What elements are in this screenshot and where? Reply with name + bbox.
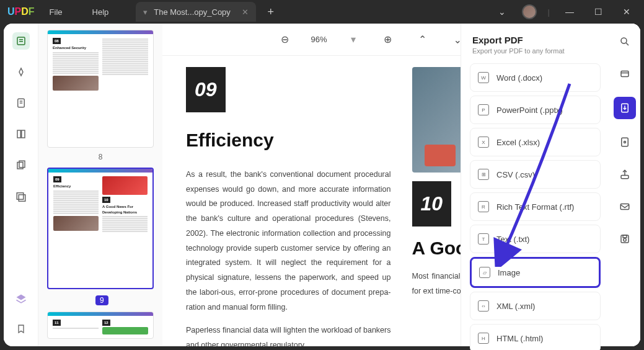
export-txt-option[interactable]: TText (.txt)	[470, 225, 601, 253]
minimize-button[interactable]: —	[561, 7, 578, 17]
maximize-button[interactable]: ☐	[589, 7, 607, 17]
doc-column-left: 09 Efficiency As a result, the bank's co…	[186, 67, 391, 335]
export-csv-option[interactable]: ⊞CSV (.csv)	[470, 160, 601, 189]
svg-rect-21	[620, 204, 629, 210]
comment-tool-icon[interactable]	[12, 63, 30, 81]
export-powerpoint-option[interactable]: PPowerPoint (.pptx)	[470, 96, 601, 124]
thumbnail-page-8[interactable]: 08 Enhanced Security	[47, 30, 154, 148]
csv-icon: ⊞	[478, 169, 489, 180]
svg-line-13	[626, 43, 629, 45]
menu-file[interactable]: File	[35, 7, 77, 17]
xml-icon: ‹›	[478, 300, 489, 312]
svg-rect-20	[621, 176, 629, 179]
chevron-down-icon[interactable]: ⌄	[493, 7, 511, 17]
powerpoint-icon: P	[478, 104, 489, 115]
svg-rect-10	[17, 193, 24, 200]
html-icon: H	[478, 333, 489, 344]
document-tab[interactable]: ▾ The Most...opy_Copy ✕	[136, 2, 256, 22]
tab-title: The Most...opy_Copy	[154, 7, 231, 17]
svg-rect-7	[21, 130, 24, 138]
export-pdf-icon[interactable]	[614, 97, 636, 119]
excel-icon: X	[478, 137, 489, 148]
edit-tool-icon[interactable]	[12, 94, 30, 112]
zoom-in-button[interactable]: ⊕	[379, 31, 397, 48]
body-text: As a result, the bank's conventional doc…	[186, 168, 391, 315]
export-excel-option[interactable]: XExcel (.xlsx)	[470, 128, 601, 156]
page-label-9: 9	[95, 295, 108, 305]
thumbnail-panel: 08 Enhanced Security 8 09 Efficiency	[38, 24, 162, 346]
section-number-10: 10	[412, 181, 452, 227]
app-logo: UPDF	[7, 6, 35, 17]
export-pdf-panel: Export PDF Export your PDF to any format…	[461, 24, 609, 346]
zoom-dropdown-icon[interactable]: ▾	[345, 31, 362, 48]
zoom-level: 96%	[311, 35, 327, 44]
export-xml-option[interactable]: ‹›XML (.xml)	[470, 292, 601, 320]
bookmark-icon[interactable]	[12, 320, 30, 338]
crop-tool-icon[interactable]	[12, 156, 30, 174]
titlebar: UPDF File Help ▾ The Most...opy_Copy ✕ +…	[0, 0, 644, 24]
right-rail	[609, 24, 640, 346]
ocr-icon[interactable]	[615, 65, 634, 83]
prev-page-button[interactable]: ⌃	[414, 31, 431, 48]
close-window-button[interactable]: ✕	[618, 7, 635, 17]
thumbnail-page-9[interactable]: 09 Efficiency 10 A Good News For Develop…	[47, 168, 154, 289]
email-icon[interactable]	[615, 197, 634, 216]
text-icon: T	[478, 233, 489, 245]
svg-point-23	[624, 238, 627, 241]
svg-rect-18	[622, 138, 629, 146]
body-text: Paperless financial data will lighten th…	[186, 323, 391, 346]
thumbnail-page-10[interactable]: 11 12	[47, 312, 154, 339]
close-tab-icon[interactable]: ✕	[242, 7, 249, 17]
svg-rect-6	[17, 130, 20, 138]
export-panel-title: Export PDF	[465, 35, 606, 45]
svg-rect-24	[623, 235, 627, 238]
svg-rect-14	[621, 71, 629, 77]
page-label-8: 8	[47, 153, 154, 161]
export-image-option[interactable]: ▱Image	[470, 257, 601, 288]
export-panel-subtitle: Export your PDF to any format	[465, 47, 606, 55]
save-icon[interactable]	[615, 230, 634, 248]
section-heading-efficiency: Efficiency	[186, 122, 391, 158]
redact-tool-icon[interactable]	[12, 187, 30, 205]
zoom-out-button[interactable]: ⊖	[276, 31, 293, 48]
rtf-icon: R	[478, 201, 489, 212]
organize-tool-icon[interactable]	[12, 125, 30, 143]
left-rail	[4, 24, 38, 346]
svg-point-19	[624, 141, 626, 143]
user-avatar[interactable]	[522, 4, 537, 19]
section-number-09: 09	[186, 67, 226, 112]
reader-mode-icon[interactable]	[12, 32, 30, 50]
new-tab-button[interactable]: +	[261, 6, 281, 19]
svg-point-12	[621, 38, 627, 43]
layers-icon[interactable]	[12, 290, 30, 308]
convert-icon[interactable]	[615, 133, 634, 151]
export-html-option[interactable]: HHTML (.html)	[470, 324, 601, 350]
word-icon: W	[478, 72, 489, 83]
image-icon: ▱	[479, 267, 490, 278]
svg-rect-11	[19, 195, 25, 202]
share-icon[interactable]	[615, 165, 634, 184]
menu-help[interactable]: Help	[77, 7, 124, 17]
search-icon[interactable]	[615, 32, 634, 51]
tab-dropdown-icon[interactable]: ▾	[143, 7, 148, 17]
export-rtf-option[interactable]: RRich Text Format (.rtf)	[470, 192, 601, 221]
export-word-option[interactable]: WWord (.docx)	[470, 63, 601, 92]
